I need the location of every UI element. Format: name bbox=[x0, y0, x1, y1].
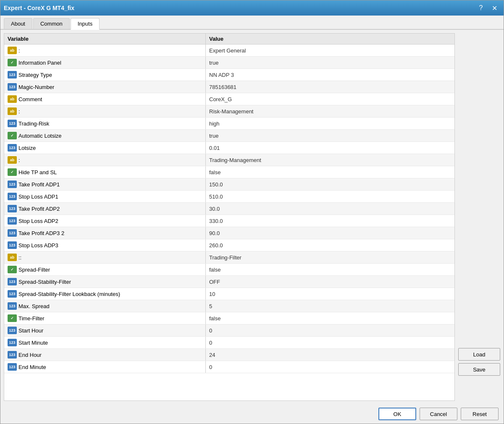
table-row[interactable]: 123 Start Hour 0 bbox=[4, 325, 454, 337]
type-icon: ab bbox=[8, 156, 17, 164]
title-bar: Expert - CoreX G MT4_fix ? ✕ bbox=[0, 0, 504, 16]
value-cell[interactable]: true bbox=[206, 130, 454, 141]
type-icon: ✓ bbox=[8, 314, 17, 322]
variable-name: Take Profit ADP3 2 bbox=[18, 230, 64, 236]
type-icon: ab bbox=[8, 95, 17, 103]
cancel-button[interactable]: Cancel bbox=[420, 408, 457, 420]
type-icon: ✓ bbox=[8, 168, 17, 176]
load-button[interactable]: Load bbox=[458, 348, 500, 361]
table-row[interactable]: ab : Risk-Management bbox=[4, 105, 454, 118]
variable-cell: 123 Start Minute bbox=[4, 337, 206, 348]
tab-inputs[interactable]: Inputs bbox=[71, 18, 100, 30]
table-row[interactable]: 123 Spread-Stability-Filter Lookback (mi… bbox=[4, 288, 454, 300]
table-row[interactable]: 123 Lotsize 0.01 bbox=[4, 142, 454, 154]
value-cell[interactable]: Risk-Management bbox=[206, 105, 454, 117]
value-cell[interactable]: NN ADP 3 bbox=[206, 69, 454, 81]
value-cell[interactable]: 0 bbox=[206, 361, 454, 373]
table-row[interactable]: 123 Magic-Number 785163681 bbox=[4, 81, 454, 93]
table-row[interactable]: 123 Start Minute 0 bbox=[4, 337, 454, 349]
variable-name: Take Profit ADP1 bbox=[18, 181, 60, 188]
value-cell[interactable]: 30.0 bbox=[206, 203, 454, 215]
value-cell[interactable]: 24 bbox=[206, 349, 454, 361]
bottom-bar: OK Cancel Reset bbox=[0, 404, 504, 424]
variable-name: Magic-Number bbox=[18, 84, 54, 90]
table-row[interactable]: 123 Trading-Risk high bbox=[4, 118, 454, 130]
value-cell[interactable]: 260.0 bbox=[206, 239, 454, 251]
parameter-table: Variable Value ab : Expert General ✓ Inf… bbox=[4, 33, 455, 401]
variable-name: End Minute bbox=[18, 364, 46, 370]
variable-name: Stop Loss ADP3 bbox=[18, 242, 58, 249]
value-cell[interactable]: 10 bbox=[206, 288, 454, 300]
table-row[interactable]: 123 Strategy Type NN ADP 3 bbox=[4, 69, 454, 81]
table-body[interactable]: ab : Expert General ✓ Information Panel … bbox=[4, 44, 454, 400]
value-cell[interactable]: OFF bbox=[206, 276, 454, 288]
type-icon: 123 bbox=[8, 302, 17, 310]
ok-button[interactable]: OK bbox=[378, 408, 416, 420]
value-cell[interactable]: Expert General bbox=[206, 44, 454, 56]
type-icon: 123 bbox=[8, 290, 17, 298]
tab-about[interactable]: About bbox=[4, 18, 32, 29]
reset-button[interactable]: Reset bbox=[461, 408, 499, 420]
variable-name: : bbox=[18, 47, 20, 54]
save-button[interactable]: Save bbox=[458, 363, 500, 376]
variable-cell: 123 Stop Loss ADP3 bbox=[4, 239, 206, 251]
variable-cell: ab : bbox=[4, 154, 206, 166]
variable-name: Start Minute bbox=[18, 340, 48, 346]
table-row[interactable]: 123 Take Profit ADP3 2 90.0 bbox=[4, 227, 454, 239]
value-cell[interactable]: 150.0 bbox=[206, 178, 454, 190]
table-header: Variable Value bbox=[4, 34, 454, 44]
table-row[interactable]: ✓ Hide TP and SL false bbox=[4, 166, 454, 178]
table-row[interactable]: 123 Stop Loss ADP1 510.0 bbox=[4, 191, 454, 203]
value-cell[interactable]: CoreX_G bbox=[206, 93, 454, 105]
value-cell[interactable]: high bbox=[206, 118, 454, 129]
table-row[interactable]: ab : Trading-Management bbox=[4, 154, 454, 166]
value-cell[interactable]: 90.0 bbox=[206, 227, 454, 239]
table-row[interactable]: 123 Take Profit ADP1 150.0 bbox=[4, 178, 454, 191]
value-cell[interactable]: 510.0 bbox=[206, 191, 454, 202]
variable-cell: ab :: bbox=[4, 251, 206, 263]
type-icon: 123 bbox=[8, 193, 17, 200]
table-row[interactable]: 123 Stop Loss ADP2 330.0 bbox=[4, 215, 454, 227]
value-cell[interactable]: Trading-Filter bbox=[206, 251, 454, 263]
table-row[interactable]: ✓ Spread-Filter false bbox=[4, 264, 454, 276]
variable-cell: 123 Take Profit ADP1 bbox=[4, 178, 206, 190]
value-cell[interactable]: false bbox=[206, 166, 454, 178]
value-cell[interactable]: false bbox=[206, 312, 454, 324]
value-cell[interactable]: 5 bbox=[206, 300, 454, 312]
table-row[interactable]: ab :: Trading-Filter bbox=[4, 251, 454, 264]
type-icon: 123 bbox=[8, 83, 17, 91]
type-icon: ✓ bbox=[8, 266, 17, 273]
value-cell[interactable]: 0 bbox=[206, 325, 454, 336]
value-cell[interactable]: false bbox=[206, 264, 454, 275]
value-cell[interactable]: 785163681 bbox=[206, 81, 454, 93]
title-controls: ? ✕ bbox=[475, 3, 500, 13]
close-button[interactable]: ✕ bbox=[488, 3, 500, 13]
variable-cell: ✓ Information Panel bbox=[4, 57, 206, 68]
variable-name: Spread-Filter bbox=[18, 267, 50, 273]
table-row[interactable]: ✓ Information Panel true bbox=[4, 57, 454, 69]
table-row[interactable]: ab : Expert General bbox=[4, 44, 454, 57]
table-row[interactable]: 123 End Hour 24 bbox=[4, 349, 454, 361]
value-cell[interactable]: Trading-Management bbox=[206, 154, 454, 166]
table-row[interactable]: ab Comment CoreX_G bbox=[4, 93, 454, 105]
value-cell[interactable]: true bbox=[206, 57, 454, 68]
help-button[interactable]: ? bbox=[475, 3, 487, 13]
value-cell[interactable]: 0.01 bbox=[206, 142, 454, 154]
value-cell[interactable]: 330.0 bbox=[206, 215, 454, 227]
variable-cell: 123 Trading-Risk bbox=[4, 118, 206, 129]
type-icon: 123 bbox=[8, 217, 17, 225]
table-row[interactable]: ✓ Automatic Lotsize true bbox=[4, 130, 454, 142]
variable-cell: 123 Take Profit ADP2 bbox=[4, 203, 206, 215]
tab-common[interactable]: Common bbox=[33, 18, 70, 29]
type-icon: 123 bbox=[8, 278, 17, 285]
variable-cell: 123 Strategy Type bbox=[4, 69, 206, 81]
table-row[interactable]: 123 Stop Loss ADP3 260.0 bbox=[4, 239, 454, 251]
table-row[interactable]: 123 Take Profit ADP2 30.0 bbox=[4, 203, 454, 215]
value-cell[interactable]: 0 bbox=[206, 337, 454, 348]
type-icon: 123 bbox=[8, 120, 17, 127]
table-row[interactable]: 123 Spread-Stability-Filter OFF bbox=[4, 276, 454, 288]
table-row[interactable]: 123 End Minute 0 bbox=[4, 361, 454, 373]
table-row[interactable]: 123 Max. Spread 5 bbox=[4, 300, 454, 312]
table-row[interactable]: ✓ Time-Filter false bbox=[4, 312, 454, 325]
variable-name: Max. Spread bbox=[18, 303, 50, 309]
